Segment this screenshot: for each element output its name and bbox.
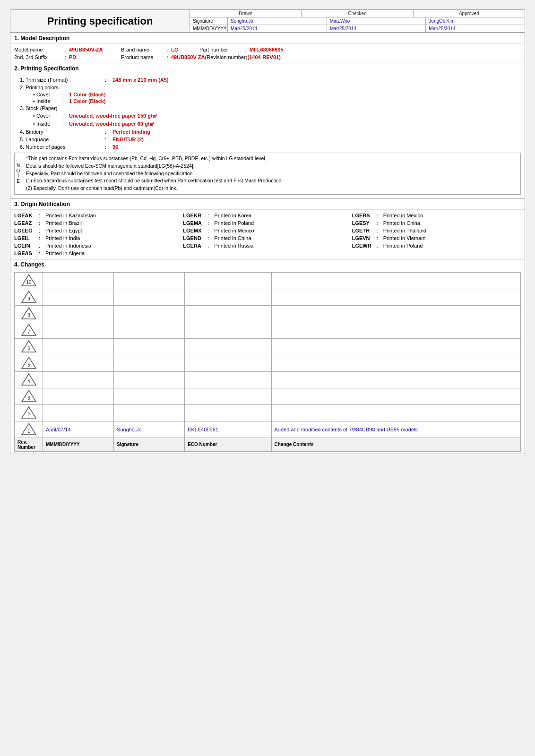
origin-value: Printed in Poland <box>214 220 254 226</box>
page-title: Printing specification <box>47 15 153 27</box>
change-eco-cell <box>185 322 271 338</box>
rev-triangle-icon: 10 <box>21 274 37 287</box>
change-row: 7 <box>15 322 521 338</box>
stock-inside-label: • Inside <box>33 121 61 127</box>
change-row: 4 <box>15 371 521 388</box>
origin-value: Printed in China <box>383 220 420 226</box>
section4-title: 4. Changes <box>10 259 525 270</box>
note-side: N O T E <box>15 153 22 194</box>
origin-code: LGEAS <box>14 250 37 256</box>
section-model-description: 1. Model Description Model name : 49UB85… <box>10 33 525 63</box>
origin-code: LGESY <box>352 220 375 226</box>
section-printing-spec: 2. Printing Specification 1. Trim size (… <box>10 63 525 195</box>
footer-cell: ECO Number <box>185 438 271 451</box>
origin-item: LGEAS:Printed in Algeria <box>14 250 183 256</box>
change-date-cell <box>43 388 114 404</box>
origin-item: LGEEG:Printed in Egypt <box>14 228 183 233</box>
footer-cell: Rev. Number <box>15 438 43 451</box>
origin-value: Printed in Thailand <box>383 228 427 233</box>
rev-number-cell: 9 <box>15 289 43 305</box>
change-content-cell <box>271 371 520 388</box>
language-label: 5. Language <box>20 137 105 142</box>
change-eco-cell <box>185 305 271 322</box>
signature-drawn: Sungho.Jo <box>228 17 327 25</box>
note-box: N O T E *This part contains Eco-hazardou… <box>14 153 521 195</box>
origin-item: LGEND:Printed in China <box>183 235 352 241</box>
origin-code: LGEKR <box>183 213 206 218</box>
signature-checked: Mira.Woo <box>327 17 426 25</box>
change-row: 6 <box>15 338 521 355</box>
inside-color-row: • Inside : 1 Color (Black) <box>18 98 517 104</box>
model-row-2: 2nd, 3rd Suffix : PD Product name : 49UB… <box>14 53 521 61</box>
rev-number-cell: 7 <box>15 322 43 338</box>
change-signature-cell <box>114 388 185 404</box>
change-eco-cell <box>185 355 271 371</box>
svg-text:7: 7 <box>27 329 30 335</box>
change-signature-cell <box>114 289 185 305</box>
change-row: 3 <box>15 388 521 404</box>
origin-item: LGEIN:Printed in Indonesia <box>14 243 183 249</box>
origin-rows: LGEAK:Printed in KazakhstanLGEKR:Printed… <box>14 212 521 257</box>
rev-number-cell: 8 <box>15 305 43 322</box>
origin-row: LGEIN:Printed in IndonesiaLGERA:Printed … <box>14 242 521 249</box>
model-row-1: Model name : 49UB850V-ZA Brand name : LG… <box>14 46 521 53</box>
date-drawn: Mar/25/2014 <box>228 25 327 32</box>
origin-code: LGEIN <box>14 243 37 249</box>
origin-item: LGEVN:Printed in Vietnam <box>352 235 521 241</box>
suffix-value: PD <box>69 54 121 60</box>
change-date-cell <box>43 371 114 388</box>
origin-value: Printed in Algeria <box>45 250 85 256</box>
svg-text:6: 6 <box>27 346 30 351</box>
origin-code: LGERA <box>183 243 206 249</box>
change-row: 9 <box>15 289 521 305</box>
svg-text:2: 2 <box>27 412 30 417</box>
origin-item: LGERA:Printed in Russia <box>183 243 352 249</box>
brand-name-label: Brand name <box>121 47 164 52</box>
origin-item: LGEAZ:Printed in Brazil <box>14 220 183 226</box>
rev-number-cell: 4 <box>15 371 43 388</box>
change-date-cell <box>43 272 114 289</box>
rev-triangle-icon: 2 <box>21 406 37 419</box>
change-eco-cell <box>185 338 271 355</box>
change-row: 1 April/07/14Sungho.JoEKLE400561Added an… <box>15 421 521 438</box>
change-eco-cell <box>185 388 271 404</box>
rev-triangle-icon: 4 <box>21 373 37 386</box>
rev-triangle-icon: 9 <box>21 290 37 303</box>
changes-body: 10 9 8 7 6 5 4 3 <box>10 270 525 454</box>
note-content: *This part contains Eco-hazardous substa… <box>22 153 286 194</box>
section3-title: 3. Origin Notification <box>10 199 525 210</box>
origin-value: Printed in Vietnam <box>383 235 426 241</box>
svg-text:8: 8 <box>27 313 30 318</box>
change-signature-cell: Sungho.Jo <box>114 421 185 438</box>
stock-cover-label: • Cover <box>33 113 61 119</box>
change-signature-cell <box>114 322 185 338</box>
change-date-cell <box>43 338 114 355</box>
main-page: Printing specification Drawn Checked App… <box>10 9 525 454</box>
approved-col: Approved <box>414 10 525 17</box>
change-date-cell <box>43 404 114 421</box>
origin-code: LGEVN <box>352 235 375 241</box>
origin-item <box>183 250 352 256</box>
origin-value: Printed in Poland <box>383 243 423 249</box>
footer-cell: MMM/DD/YYYY <box>43 438 114 451</box>
stock-inside-value: Uncoated, wood-free paper 60 g/㎡ <box>69 120 155 128</box>
part-number-value: MFL68066605 <box>250 47 284 52</box>
rev-triangle-icon: 8 <box>21 307 37 320</box>
change-content-cell <box>271 338 520 355</box>
change-content-cell <box>271 322 520 338</box>
change-content-cell <box>271 388 520 404</box>
origin-value: Printed in Mexico <box>383 213 423 218</box>
origin-value: Printed in Russia <box>214 243 253 249</box>
part-number-label: Part number <box>199 47 242 52</box>
change-signature-cell <box>114 272 185 289</box>
change-eco-cell <box>185 272 271 289</box>
change-row: 10 <box>15 272 521 289</box>
revision-value: (1404-REV01) <box>248 54 281 60</box>
cover-color-row: • Cover : 1 Color (Black) <box>18 91 517 98</box>
model-description-body: Model name : 49UB850V-ZA Brand name : LG… <box>10 44 525 63</box>
printing-spec-body: 1. Trim size (Format) : 148 mm x 210 mm … <box>10 74 525 153</box>
section-changes: 4. Changes 10 9 8 7 6 5 <box>10 259 525 454</box>
origin-code: LGEMA <box>183 220 206 226</box>
rev-number-cell: 10 <box>15 272 43 289</box>
rev-number-cell: 6 <box>15 338 43 355</box>
